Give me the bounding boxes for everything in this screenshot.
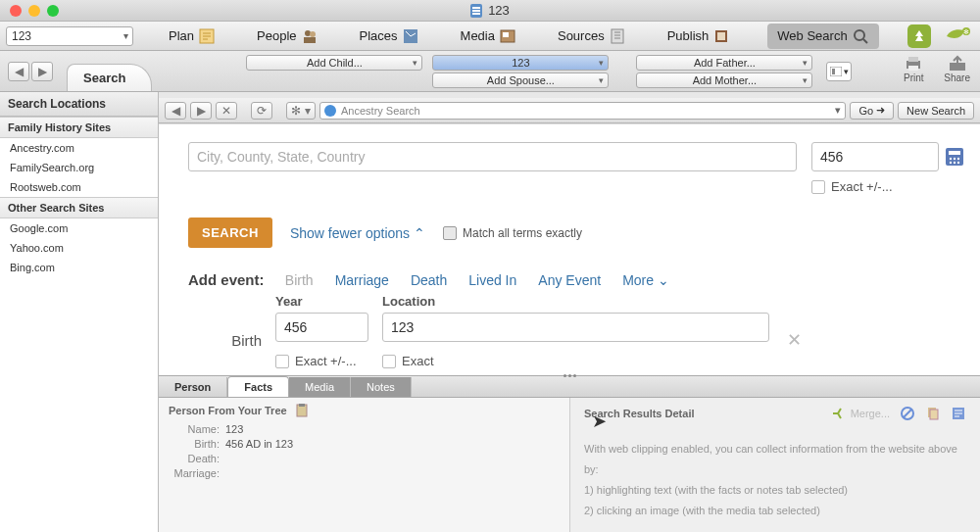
help-text-1: With web clipping enabled, you can colle… <box>584 439 966 480</box>
places-icon <box>402 27 419 45</box>
fact-marriage-key: Marriage: <box>169 467 220 479</box>
nav-back-button[interactable]: ◀ <box>8 62 29 81</box>
sidebar-item-google[interactable]: Google.com <box>0 218 158 238</box>
birth-year-exact-checkbox[interactable] <box>275 355 289 368</box>
toolbar-web-search[interactable]: Web Search <box>767 24 878 49</box>
svg-point-1 <box>305 30 311 36</box>
add-child-dropdown[interactable]: Add Child... <box>246 55 422 71</box>
new-search-button[interactable]: New Search <box>898 102 974 120</box>
note-icon[interactable] <box>951 406 966 421</box>
publish-icon <box>712 27 730 45</box>
match-all-checkbox[interactable] <box>443 226 457 240</box>
event-death-link[interactable]: Death <box>411 272 447 288</box>
document-icon <box>470 4 482 18</box>
tree-badge-icon[interactable] <box>907 24 931 48</box>
address-text: Ancestry Search <box>341 105 420 117</box>
toolbar-people-label: People <box>257 28 296 43</box>
share-button[interactable]: Share <box>944 55 970 83</box>
show-fewer-options-link[interactable]: Show fewer options ⌃ <box>290 225 425 241</box>
view-toggle[interactable] <box>826 62 852 81</box>
birth-year-input[interactable] <box>275 313 368 342</box>
person-selector[interactable]: 123 <box>6 26 133 46</box>
sidebar: Search Locations Family History Sites An… <box>0 92 159 532</box>
exact-year-label: Exact +/-... <box>831 179 893 194</box>
birth-loc-exact-checkbox[interactable] <box>382 355 396 368</box>
event-marriage-link[interactable]: Marriage <box>335 272 389 288</box>
exact-year-checkbox[interactable] <box>811 180 825 194</box>
toolbar-media[interactable]: Media <box>457 25 520 47</box>
svg-rect-14 <box>832 69 835 74</box>
tab-notes[interactable]: Notes <box>351 377 412 397</box>
copy-icon[interactable] <box>925 406 941 421</box>
people-icon <box>301 27 318 45</box>
go-label: Go <box>858 105 873 117</box>
svg-point-10 <box>855 30 864 40</box>
sidebar-item-rootsweb[interactable]: Rootsweb.com <box>0 177 158 197</box>
web-page: Exact +/-... SEARCH Show fewer options ⌃… <box>159 123 980 375</box>
match-all-label: Match all terms exactly <box>463 226 582 240</box>
browser-reload-button[interactable]: ⟳ <box>251 102 272 120</box>
toolbar-sources[interactable]: Sources <box>554 25 630 47</box>
leaf-sync-icon[interactable]: ✻ <box>941 24 974 48</box>
add-father-dropdown[interactable]: Add Father... <box>636 55 812 71</box>
bottom-panel: Person Facts Media Notes Person From You… <box>159 375 980 532</box>
address-bar[interactable]: Ancestry Search <box>319 102 846 120</box>
go-button[interactable]: Go➜ <box>850 102 894 120</box>
fact-name-value: 123 <box>225 423 243 435</box>
family-selectors-center: Add Child... 123 Add Spouse... <box>246 55 609 88</box>
year-input[interactable] <box>811 142 939 171</box>
browser-bar: ◀ ▶ ✕ ⟳ ✻ ▾ Ancestry Search Go➜ New Sear… <box>159 98 980 123</box>
event-lived-in-link[interactable]: Lived In <box>468 272 516 288</box>
tab-media[interactable]: Media <box>289 377 351 397</box>
merge-button: Merge... <box>831 406 890 421</box>
clipboard-icon[interactable] <box>295 404 309 417</box>
birth-location-input[interactable] <box>382 313 769 342</box>
nav-forward-button[interactable]: ▶ <box>31 62 53 81</box>
birth-loc-exact-label: Exact <box>402 354 434 368</box>
sidebar-item-ancestry[interactable]: Ancestry.com <box>0 138 158 158</box>
print-button[interactable]: Print <box>903 55 924 83</box>
sidebar-item-yahoo[interactable]: Yahoo.com <box>0 238 158 258</box>
toolbar-plan-label: Plan <box>169 28 194 43</box>
browser-back-button[interactable]: ◀ <box>165 102 186 120</box>
event-any-link[interactable]: Any Event <box>538 272 601 288</box>
browser-stop-button[interactable]: ✕ <box>216 102 237 120</box>
toolbar-places[interactable]: Places <box>356 25 423 47</box>
add-mother-dropdown[interactable]: Add Mother... <box>636 73 812 88</box>
event-more-link[interactable]: More ⌄ <box>622 272 669 288</box>
grip-icon[interactable] <box>558 374 581 380</box>
remove-birth-icon[interactable]: ✕ <box>787 329 802 351</box>
location-input[interactable] <box>188 142 797 171</box>
svg-point-23 <box>957 158 959 160</box>
year-column-header: Year <box>275 294 368 309</box>
window-title-text: 123 <box>488 3 510 18</box>
svg-rect-9 <box>717 32 725 40</box>
sidebar-item-familysearch[interactable]: FamilySearch.org <box>0 158 158 177</box>
share-label: Share <box>944 73 970 83</box>
svg-rect-3 <box>304 37 316 43</box>
toolbar-people[interactable]: People <box>253 25 321 47</box>
svg-point-21 <box>950 158 952 160</box>
arrow-right-icon: ➜ <box>876 104 885 117</box>
sidebar-item-bing[interactable]: Bing.com <box>0 258 158 277</box>
svg-point-22 <box>954 158 956 160</box>
toolbar-places-label: Places <box>360 28 398 43</box>
svg-point-25 <box>954 162 956 164</box>
primary-person-dropdown[interactable]: 123 <box>432 55 609 71</box>
toolbar-publish[interactable]: Publish <box>663 25 735 47</box>
browser-settings-button[interactable]: ✻ ▾ <box>286 102 316 120</box>
search-tab[interactable]: Search <box>67 64 152 91</box>
block-icon[interactable] <box>900 406 915 421</box>
browser-forward-button[interactable]: ▶ <box>190 102 212 120</box>
toolbar-plan[interactable]: Plan <box>165 25 220 47</box>
exact-year-checkbox-row: Exact +/-... <box>811 179 964 194</box>
search-button[interactable]: SEARCH <box>188 218 272 248</box>
tab-facts[interactable]: Facts <box>227 376 289 397</box>
add-spouse-dropdown[interactable]: Add Spouse... <box>432 73 609 88</box>
calculator-icon[interactable] <box>945 147 964 167</box>
window-title: 123 <box>0 3 980 18</box>
tab-person[interactable]: Person <box>159 377 227 397</box>
add-event-label: Add event: <box>188 271 265 288</box>
fact-death-key: Death: <box>169 453 220 464</box>
person-selector-value: 123 <box>12 29 31 43</box>
